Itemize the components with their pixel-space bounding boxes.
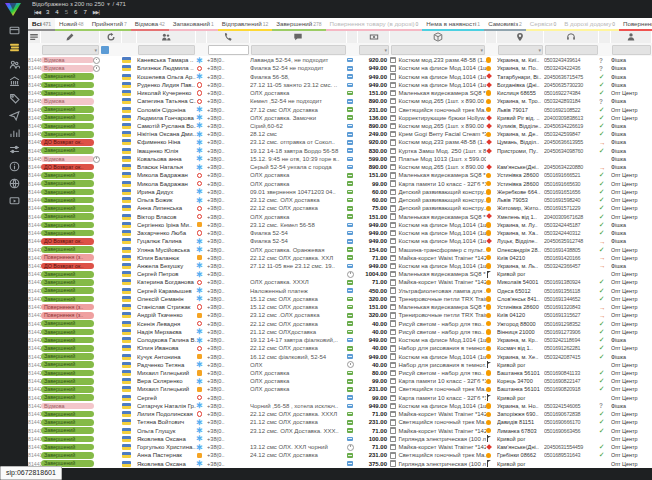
status-badge[interactable]: ДО Возврат ок.. xyxy=(41,164,94,171)
page-5-button[interactable]: 5 xyxy=(65,9,68,15)
status-badge[interactable]: Завершений xyxy=(41,329,94,336)
order-row[interactable]: 814430ЗавершенийКсенія Левадня+38(0..22.… xyxy=(28,320,652,328)
status-badge[interactable]: Завершений xyxy=(41,394,94,401)
status-badge[interactable]: Завершений xyxy=(41,337,94,344)
order-row[interactable]: 814449ДО Возврат ок..Власюк Наталья∗+38(… xyxy=(28,163,652,171)
status-badge[interactable]: Завершений xyxy=(41,271,94,278)
order-row[interactable]: 814421ЗавершенийСергей+38(0..99.00Карта … xyxy=(28,394,652,402)
status-badge[interactable]: Завершений xyxy=(41,436,94,443)
order-row[interactable]: 814423ЗавершенийВера Скляренко∗+38(0..ОЛ… xyxy=(28,377,652,385)
order-row[interactable]: 814460ЗавершенийКошелева Ольга Ар..∗+38(… xyxy=(28,72,652,80)
tab-Відправлений[interactable]: Відправлений12 xyxy=(218,18,272,31)
order-row[interactable]: 814419ЗавершенийЛилия Подолинская+38(0..… xyxy=(28,410,652,418)
tab-Запакований[interactable]: Запакований1 xyxy=(169,18,218,31)
sip-call-label[interactable]: sip:0672818601 xyxy=(0,466,62,480)
status-badge[interactable]: Відмова xyxy=(41,403,94,410)
order-row[interactable]: 814424ЗавершенийМихаил Гилецький+38(0..О… xyxy=(28,369,652,377)
page-3-button[interactable]: 3 xyxy=(46,9,49,15)
status-badge[interactable]: Завершений xyxy=(41,353,94,360)
tab-Повернення товару (в дорозі)[interactable]: Повернення товару (в дорозі)0 xyxy=(326,18,423,31)
order-row[interactable]: 814443ЗавершенийВіктор Власов+38(0..ОЛХ … xyxy=(28,212,652,220)
order-row[interactable]: 814445ЗавершенийОльга Божик∗+38(0..23.12… xyxy=(28,196,652,204)
status-badge[interactable]: Завершений xyxy=(41,320,94,327)
tab-Нема в наявності[interactable]: Нема в наявності1 xyxy=(422,18,484,31)
order-row[interactable]: 814439ЗавершенийУляна Мусійовська∗+38(0.… xyxy=(28,245,652,253)
order-row[interactable]: 814442ЗавершенийСергіенко Іріна Ми..+38(… xyxy=(28,221,652,229)
order-row[interactable]: 814420ВідмоваСитарчук Наталія Гр..∗+38(0… xyxy=(28,402,652,410)
status-badge[interactable]: Завершений xyxy=(41,180,94,187)
order-row[interactable]: 814437ДО Возврат ок..Анжела Безушку∗+38(… xyxy=(28,262,652,270)
status-badge[interactable]: Завершений xyxy=(41,427,94,434)
order-row[interactable]: 814415ЗавершенийГоргулько Христина..∗+38… xyxy=(28,443,652,451)
tab-Завершений[interactable]: Завершений278 xyxy=(272,18,325,31)
col-comment-icon[interactable] xyxy=(250,31,347,43)
order-row[interactable]: 814446ЗавершенийИрина Дидух∗+38(0..09.01… xyxy=(28,188,652,196)
status-badge[interactable]: Завершений xyxy=(41,279,94,286)
status-badge[interactable]: Завершений xyxy=(41,172,94,179)
order-row[interactable]: 814427ЗавершенийЮлия Иванова+38(0..22.12… xyxy=(28,344,652,352)
order-row[interactable]: 814457ВідмоваСапегина Татьяна С..+38(0..… xyxy=(28,97,652,105)
order-row[interactable]: 814461ВідмоваБлизнюк Людмила ..+38(0..Фи… xyxy=(28,64,652,72)
col-phone-icon[interactable] xyxy=(207,31,250,43)
status-badge[interactable]: Завершений xyxy=(41,378,94,385)
status-badge[interactable]: Завершений xyxy=(41,230,94,237)
status-filter[interactable] xyxy=(42,45,99,55)
refresh-filter-chip[interactable] xyxy=(101,46,109,54)
status-badge[interactable]: Завершений xyxy=(41,90,94,97)
status-badge[interactable]: Завершений xyxy=(41,82,94,89)
status-badge[interactable]: Завершений xyxy=(41,197,94,204)
status-badge[interactable]: ДО Возврат ок.. xyxy=(41,263,94,270)
status-badge[interactable]: ДО Возврат ок.. xyxy=(41,139,94,146)
order-row[interactable]: 814434ЗавершенийСергей Карамышев∗+38(0..… xyxy=(28,287,652,295)
sidebar-dashboard-icon[interactable] xyxy=(8,24,21,37)
status-badge[interactable]: Завершений xyxy=(41,246,94,253)
sidebar-web-icon[interactable] xyxy=(8,177,21,190)
order-row[interactable]: 814414ЗавершенийАнна Пастернак+38(0..24.… xyxy=(28,451,652,459)
order-row[interactable]: 814433ЗавершенийОлексій Семанін∗+38(0..1… xyxy=(28,295,652,303)
status-badge[interactable]: Завершений xyxy=(41,73,94,80)
order-row[interactable]: 814429ЗавершенийНадія Мерзаєва∗+38(0..21… xyxy=(28,328,652,336)
address-filter[interactable] xyxy=(498,45,543,55)
sidebar-info-icon[interactable] xyxy=(8,160,21,173)
status-badge[interactable]: Завершений xyxy=(41,296,94,303)
order-row[interactable]: 814441ЗавершенийЗахарченко Люба+38(0..Фи… xyxy=(28,229,652,237)
order-row[interactable]: 814453ЗавершенийНікітіна Оксана Дми..∗+3… xyxy=(28,130,652,138)
order-row[interactable]: 814422ЗавершенийМихаил Гилецький+38(0..О… xyxy=(28,385,652,393)
shown-range-label[interactable]: Відображено з 200 по 250 ▼ / 471 xyxy=(32,1,126,7)
col-refresh-icon[interactable] xyxy=(100,31,122,43)
status-badge[interactable]: Завершений xyxy=(41,147,94,154)
order-row[interactable]: 814459ЗавершенийРуденко Лидия Пав..+38(0… xyxy=(28,81,652,89)
sidebar-clients-icon[interactable] xyxy=(8,58,21,71)
order-row[interactable]: 814456ЗавершенийСоломія Сідоніна∗+38(0..… xyxy=(28,105,652,113)
tab-Відмова[interactable]: Відмова42 xyxy=(131,18,169,31)
order-row[interactable]: 814448ЗавершенийМикола Бадражан+38(0..ОЛ… xyxy=(28,171,652,179)
status-badge[interactable]: Завершений xyxy=(41,131,94,138)
status-badge[interactable]: Відмова xyxy=(41,156,94,163)
status-badge[interactable]: Завершений xyxy=(41,205,94,212)
sidebar-company-icon[interactable] xyxy=(8,75,21,88)
sum-filter[interactable] xyxy=(359,45,389,55)
status-badge[interactable]: Повернення (з.. xyxy=(41,312,94,319)
order-row[interactable]: 814454ЗавершенийСамотій Руслана Во..∗+38… xyxy=(28,122,652,130)
status-badge[interactable]: ДО Возврат ок.. xyxy=(41,238,94,245)
order-row[interactable]: 814416ЗавершенийЯковлева Оксана∗+38(0..1… xyxy=(28,435,652,443)
order-row[interactable]: 814417ЗавершенийОльга Глущук∗+38(0..23.1… xyxy=(28,427,652,435)
status-badge[interactable]: Завершений xyxy=(41,386,94,393)
col-call-icon[interactable] xyxy=(544,31,599,43)
manager-filter[interactable] xyxy=(612,45,651,55)
order-row[interactable]: 814426ЗавершенийКучук Антонина+38(0..16.… xyxy=(28,352,652,360)
order-row[interactable]: 814425ЗавершенийРадченко Тетяна∗+38(0..О… xyxy=(28,361,652,369)
phone-filter-input[interactable] xyxy=(208,45,249,55)
page-7-button[interactable]: 7 xyxy=(83,9,86,15)
status-badge[interactable]: Завершений xyxy=(41,287,94,294)
status-badge[interactable]: Завершений xyxy=(41,114,94,121)
status-badge[interactable]: Завершений xyxy=(41,411,94,418)
order-row[interactable]: 814452ДО Возврат ок..Єфименко Ніна∗+38(0… xyxy=(28,138,652,146)
product-filter[interactable] xyxy=(391,45,485,55)
status-badge[interactable]: Відмова xyxy=(41,57,94,64)
first-page-button[interactable]: |◀◀ xyxy=(34,9,40,15)
sidebar-orders-list-icon[interactable] xyxy=(8,41,21,54)
tab-Самовивіз[interactable]: Самовивіз2 xyxy=(484,18,526,31)
order-row[interactable]: 814451ЗавершенийІващенко Юлія∗+38(0..19.… xyxy=(28,147,652,155)
order-row[interactable]: 814458ЗавершенийНиколай Кучеренко+38(0..… xyxy=(28,89,652,97)
